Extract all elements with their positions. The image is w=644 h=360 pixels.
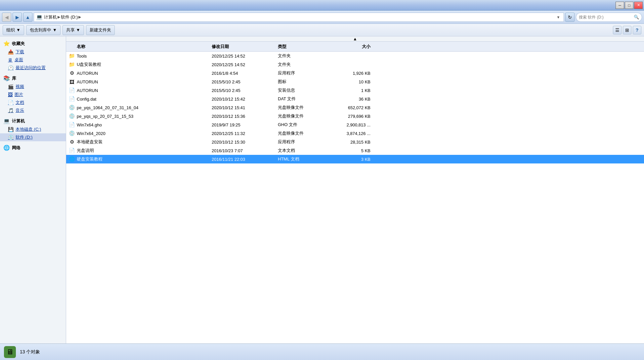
help-button[interactable]: ? — [633, 26, 641, 34]
col-size-header[interactable]: 大小 — [331, 44, 377, 50]
share-label: 共享 — [66, 27, 75, 33]
file-date-cell: 2016/11/21 22:03 — [212, 157, 278, 162]
file-date-cell: 2020/10/12 15:30 — [212, 140, 278, 145]
file-date-cell: 2020/10/12 15:41 — [212, 105, 278, 110]
file-area: ▲ 名称 修改日期 类型 大小 📁Tools2020/12/25 14:52文件… — [66, 36, 644, 343]
new-folder-label: 新建文件夹 — [90, 27, 111, 33]
file-icon: 📄 — [69, 148, 75, 154]
table-row[interactable]: 💿Win7x64_20202020/12/25 11:32光盘映像文件3,874… — [66, 129, 644, 138]
sidebar-header-favorites[interactable]: ⭐ 收藏夹 — [0, 39, 66, 48]
toolbar: 组织 ▼ 包含到库中 ▼ 共享 ▼ 新建文件夹 ☰ ⊞ ? — [0, 24, 644, 36]
download-icon: 📥 — [8, 49, 14, 55]
file-name-text: AUTORUN — [77, 79, 98, 84]
file-icon: ⚙ — [69, 139, 75, 145]
sidebar-item-recent[interactable]: 🕐 最近访问的位置 — [0, 64, 66, 72]
file-name-text: Win7x64_2020 — [77, 131, 106, 136]
library-label: 库 — [12, 75, 16, 81]
table-row[interactable]: 📁Tools2020/12/25 14:52文件夹 — [66, 52, 644, 60]
titlebar: ─ □ ✕ — [0, 0, 644, 11]
file-icon: 📄 — [69, 122, 75, 128]
desktop-icon: 🖥 — [8, 57, 13, 63]
maximize-button[interactable]: □ — [625, 2, 633, 9]
file-date-cell: 2016/10/23 7:07 — [212, 148, 278, 153]
computer-label: 计算机 — [12, 118, 25, 124]
sidebar-item-pictures[interactable]: 🖼 图片 — [0, 91, 66, 99]
minimize-button[interactable]: ─ — [616, 2, 624, 9]
organize-label: 组织 — [6, 27, 15, 33]
recent-icon: 🕐 — [8, 65, 14, 70]
file-type-cell: GHO 文件 — [278, 122, 331, 128]
up-button[interactable]: ▲ — [23, 13, 32, 22]
sidebar-header-computer[interactable]: 💻 计算机 — [0, 116, 66, 125]
music-icon: 🎵 — [8, 108, 14, 113]
sidebar-item-music[interactable]: 🎵 音乐 — [0, 107, 66, 114]
view-button[interactable]: ☰ — [613, 26, 622, 34]
table-row[interactable]: ⚙AUTORUN2016/1/8 4:54应用程序1,926 KB — [66, 69, 644, 77]
file-date-cell: 2016/1/8 4:54 — [212, 71, 278, 76]
file-size-cell: 28,315 KB — [331, 140, 377, 145]
table-row[interactable]: 🖼AUTORUN2015/5/10 2:45图标10 KB — [66, 77, 644, 86]
scroll-up-area[interactable]: ▲ — [66, 36, 644, 42]
col-type-header[interactable]: 类型 — [278, 44, 331, 50]
refresh-button[interactable]: ↻ — [565, 13, 575, 22]
new-folder-button[interactable]: 新建文件夹 — [86, 25, 115, 35]
forward-button[interactable]: ▶ — [13, 13, 22, 22]
sidebar-item-download[interactable]: 📥 下载 — [0, 48, 66, 56]
d-drive-icon: 💿 — [8, 135, 14, 140]
status-count: 13 个对象 — [20, 349, 40, 355]
computer-icon: 💻 — [36, 14, 43, 20]
sidebar-item-c-drive[interactable]: 💾 本地磁盘 (C:) — [0, 125, 66, 133]
status-icon: 🖥 — [4, 346, 16, 358]
file-size-cell: 2,900,813 ... — [331, 122, 377, 127]
sidebar-section-computer: 💻 计算机 💾 本地磁盘 (C:) 💿 软件 (D:) — [0, 116, 66, 141]
sidebar-item-desktop[interactable]: 🖥 桌面 — [0, 56, 66, 64]
file-date-cell: 2019/9/7 19:25 — [212, 122, 278, 127]
share-button[interactable]: 共享 ▼ — [63, 25, 84, 35]
titlebar-buttons: ─ □ ✕ — [616, 2, 643, 9]
include-label: 包含到库中 — [30, 27, 51, 33]
col-name-header[interactable]: 名称 — [66, 44, 212, 50]
table-row[interactable]: 🌐硬盘安装教程2016/11/21 22:03HTML 文档3 KB — [66, 155, 644, 163]
organize-button[interactable]: 组织 ▼ — [3, 25, 24, 35]
table-row[interactable]: 📄光盘说明2016/10/23 7:07文本文档5 KB — [66, 146, 644, 155]
column-headers: 名称 修改日期 类型 大小 — [66, 42, 644, 52]
documents-icon: 📄 — [8, 100, 14, 105]
sidebar-header-library[interactable]: 📚 库 — [0, 74, 66, 83]
sidebar-header-network[interactable]: 🌐 网络 — [0, 143, 66, 152]
network-label: 网络 — [12, 145, 21, 151]
table-row[interactable]: 📄AUTORUN2015/5/10 2:45安装信息1 KB — [66, 86, 644, 95]
file-size-cell: 10 KB — [331, 79, 377, 84]
back-button[interactable]: ◀ — [2, 13, 11, 22]
table-row[interactable]: 📁U盘安装教程2020/12/25 14:52文件夹 — [66, 60, 644, 69]
computer-sidebar-icon: 💻 — [3, 118, 10, 124]
sidebar-item-d-drive[interactable]: 💿 软件 (D:) — [0, 133, 66, 141]
recent-label: 最近访问的位置 — [16, 65, 46, 71]
address-box[interactable]: 💻 计算机 ▶ 软件 (D:) ▶ ▼ — [34, 13, 564, 22]
col-date-header[interactable]: 修改日期 — [212, 44, 278, 50]
sidebar-section-favorites: ⭐ 收藏夹 📥 下载 🖥 桌面 🕐 最近访问的位置 — [0, 39, 66, 72]
view2-button[interactable]: ⊞ — [623, 26, 631, 34]
file-name-text: AUTORUN — [77, 88, 98, 93]
file-name-text: AUTORUN — [77, 71, 98, 76]
table-row[interactable]: ⚙本地硬盘安装2020/10/12 15:30应用程序28,315 KB — [66, 138, 644, 146]
include-button[interactable]: 包含到库中 ▼ — [26, 25, 61, 35]
file-name-text: Tools — [77, 54, 87, 59]
table-row[interactable]: 📄Config.dat2020/10/12 15:42DAT 文件36 KB — [66, 95, 644, 103]
search-box[interactable]: 🔍 — [576, 13, 642, 22]
table-row[interactable]: 💿pe_yqs_xp_20_07_31_15_532020/10/12 15:3… — [66, 112, 644, 120]
address-dropdown-icon[interactable]: ▼ — [555, 15, 562, 19]
file-name-text: 光盘说明 — [77, 148, 94, 154]
path-arrow1: ▶ — [58, 15, 60, 19]
file-type-cell: 光盘映像文件 — [278, 105, 331, 111]
file-date-cell: 2020/12/25 14:52 — [212, 62, 278, 67]
table-row[interactable]: 📄Win7x64.gho2019/9/7 19:25GHO 文件2,900,81… — [66, 120, 644, 129]
sidebar-item-video[interactable]: 🎬 视频 — [0, 83, 66, 91]
sidebar-section-network: 🌐 网络 — [0, 143, 66, 152]
search-input[interactable] — [579, 15, 632, 20]
file-name-cell: 📄Config.dat — [66, 96, 212, 102]
file-name-text: pe_yqs_1064_20_07_31_16_04 — [77, 105, 139, 110]
close-button[interactable]: ✕ — [634, 2, 643, 9]
file-size-cell: 1 KB — [331, 88, 377, 93]
table-row[interactable]: 💿pe_yqs_1064_20_07_31_16_042020/10/12 15… — [66, 103, 644, 112]
sidebar-item-documents[interactable]: 📄 文档 — [0, 99, 66, 107]
